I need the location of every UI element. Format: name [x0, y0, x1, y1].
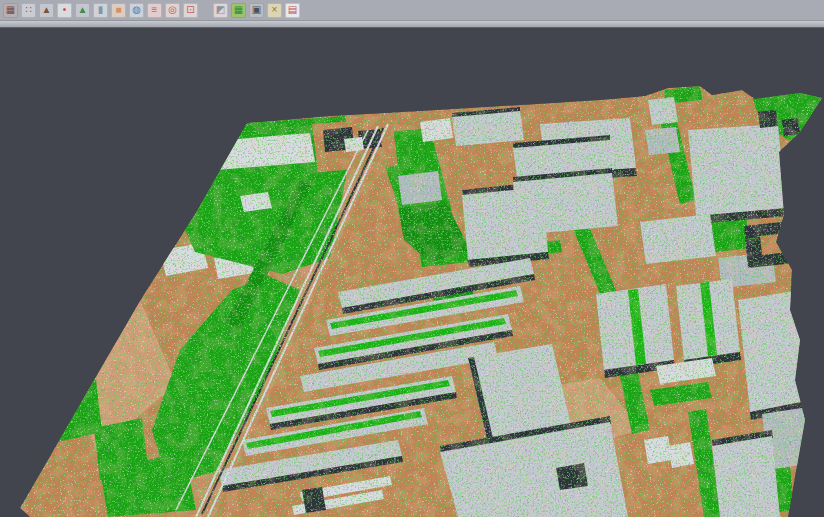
terrain-mound-icon[interactable]: ▲	[39, 3, 54, 18]
sphere-select-icon[interactable]: ◩	[213, 3, 228, 18]
point-pick-icon[interactable]: •	[57, 3, 72, 18]
point-speckle-layer	[0, 28, 824, 517]
clear-cross-icon[interactable]: ×	[267, 3, 282, 18]
classification-map-icon[interactable]: ▦	[231, 3, 246, 18]
scene-veg	[790, 240, 824, 305]
orange-layer-icon[interactable]: ■	[111, 3, 126, 18]
globe-icon[interactable]: ◍	[129, 3, 144, 18]
layers-list-icon[interactable]: ≡	[147, 3, 162, 18]
mosaic-tool-icon[interactable]: ▦	[3, 3, 18, 18]
toolbar-group-gap	[201, 3, 210, 18]
3d-viewport[interactable]	[0, 28, 824, 517]
point-cloud	[0, 28, 824, 517]
green-mound-icon[interactable]: ▲	[75, 3, 90, 18]
crop-box-icon[interactable]: ⊡	[183, 3, 198, 18]
app-window: ▦∷▲•▲▮■◍≡◎⊡◩▦▣×▤	[0, 0, 824, 517]
panel-icon[interactable]: ▮	[93, 3, 108, 18]
camera-icon[interactable]: ▣	[249, 3, 264, 18]
scatter-points-icon[interactable]: ∷	[21, 3, 36, 18]
toolbar: ▦∷▲•▲▮■◍≡◎⊡◩▦▣×▤	[0, 0, 824, 21]
scene-veg	[788, 148, 804, 178]
remove-rows-icon[interactable]: ▤	[285, 3, 300, 18]
toolbar-divider	[0, 21, 824, 28]
point-cloud-scene	[0, 28, 824, 517]
target-ring-icon[interactable]: ◎	[165, 3, 180, 18]
